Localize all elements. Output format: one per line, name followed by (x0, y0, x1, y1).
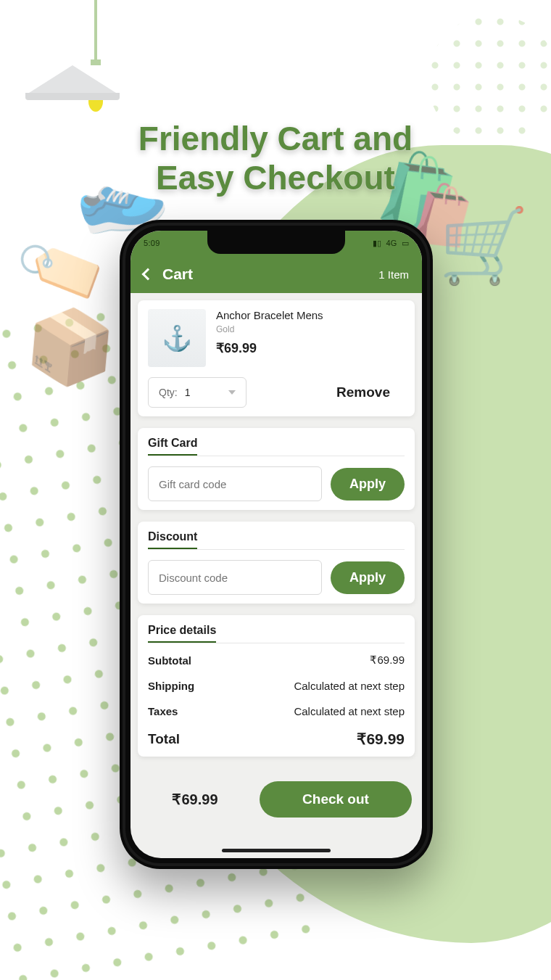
phone-frame: 5:09 ▮▯ 4G ▭ Cart 1 Item ⚓ Anchor Bracel… (120, 220, 433, 869)
footer-total: ₹69.99 (141, 791, 249, 808)
headline-line1: Friendly Cart and (138, 120, 413, 157)
checkout-button[interactable]: Check out (260, 781, 412, 818)
discount-title: Discount (148, 530, 197, 549)
product-thumbnail[interactable]: ⚓ (148, 309, 206, 367)
headline-line2: Easy Checkout (156, 159, 395, 197)
status-time: 5:09 (144, 239, 160, 247)
gift-card-section: Gift Card Apply (138, 428, 415, 510)
home-indicator (222, 849, 331, 852)
phone-notch (207, 231, 345, 254)
phone-screen: 5:09 ▮▯ 4G ▭ Cart 1 Item ⚓ Anchor Bracel… (130, 231, 422, 858)
lamp-decoration (71, 0, 120, 112)
quantity-value: 1 (185, 387, 191, 398)
gift-card-title: Gift Card (148, 437, 197, 456)
total-label: Total (148, 731, 180, 747)
back-icon[interactable] (142, 268, 154, 281)
status-battery-icon: ▭ (402, 239, 409, 248)
discount-section: Discount Apply (138, 522, 415, 604)
shipping-value: Calculated at next step (294, 680, 405, 692)
cart-item-count: 1 Item (378, 268, 409, 281)
sale-tag-icon: 🏷️ (9, 218, 115, 321)
page-headline: Friendly Cart and Easy Checkout (0, 119, 551, 198)
shipping-label: Shipping (148, 680, 194, 692)
discount-input[interactable] (148, 560, 322, 595)
apply-discount-button[interactable]: Apply (331, 561, 405, 594)
status-signal-icon: ▮▯ (373, 239, 382, 248)
quantity-selector[interactable]: Qty: 1 (148, 377, 246, 408)
total-value: ₹69.99 (357, 730, 405, 748)
apply-gift-card-button[interactable]: Apply (331, 468, 405, 501)
product-price: ₹69.99 (216, 340, 323, 356)
chevron-down-icon (228, 390, 236, 395)
taxes-value: Calculated at next step (294, 705, 405, 717)
price-details-section: Price details Subtotal ₹69.99 Shipping C… (138, 615, 415, 757)
subtotal-value: ₹69.99 (370, 654, 405, 667)
price-details-title: Price details (148, 624, 216, 643)
status-network: 4G (386, 239, 397, 247)
checkout-bar: ₹69.99 Check out (130, 781, 422, 818)
subtotal-label: Subtotal (148, 654, 191, 667)
product-variant: Gold (216, 324, 323, 334)
gift-card-input[interactable] (148, 466, 322, 501)
taxes-label: Taxes (148, 705, 178, 717)
cart-item-card: ⚓ Anchor Bracelet Mens Gold ₹69.99 Qty: … (138, 300, 415, 416)
remove-button[interactable]: Remove (322, 380, 405, 405)
quantity-label: Qty: (159, 387, 178, 398)
product-name: Anchor Bracelet Mens (216, 309, 323, 321)
screen-content: ⚓ Anchor Bracelet Mens Gold ₹69.99 Qty: … (130, 293, 422, 833)
app-bar: Cart 1 Item (130, 255, 422, 293)
page-title: Cart (162, 265, 193, 283)
